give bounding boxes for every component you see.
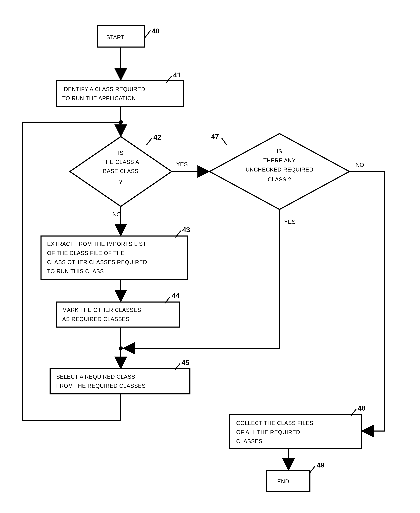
flowchart: START 40 IDENTIFY A CLASS REQUIRED TO RU… [0, 0, 420, 513]
node-end: END 49 [267, 461, 324, 492]
ref-41: 41 [173, 71, 181, 79]
node-extract: EXTRACT FROM THE IMPORTS LIST OF THE CLA… [41, 226, 190, 279]
ref-45: 45 [181, 359, 189, 366]
select-line1: SELECT A REQUIRED CLASS [56, 374, 135, 380]
node-base-class: IS THE CLASS A BASE CLASS ? 42 [70, 133, 172, 206]
extract-line3: CLASS OTHER CLASSES REQUIRED [47, 259, 147, 265]
edge-unchecked-no [349, 171, 384, 431]
unchecked-line2: THERE ANY [263, 157, 296, 164]
ref-49: 49 [317, 461, 324, 469]
collect-line1: COLLECT THE CLASS FILES [236, 420, 313, 426]
svg-rect-1 [56, 81, 184, 106]
ref-44: 44 [172, 292, 180, 300]
mark-line1: MARK THE OTHER CLASSES [62, 307, 141, 313]
node-select: SELECT A REQUIRED CLASS FROM THE REQUIRE… [50, 359, 190, 394]
unchecked-yes-label: YES [284, 219, 296, 225]
unchecked-line4: CLASS ? [268, 176, 291, 183]
baseclass-line1: IS [118, 150, 123, 156]
baseclass-line3: BASE CLASS [103, 168, 139, 174]
unchecked-line3: UNCHECKED REQUIRED [246, 167, 313, 173]
unchecked-no-label: NO [355, 162, 364, 168]
unchecked-line1: IS [277, 148, 282, 154]
ref-42: 42 [153, 133, 161, 141]
ref-43: 43 [182, 226, 190, 234]
node-unchecked: IS THERE ANY UNCHECKED REQUIRED CLASS ? … [210, 132, 349, 209]
mark-line2: AS REQUIRED CLASSES [62, 316, 130, 322]
collect-line2: OF ALL THE REQUIRED [236, 429, 300, 435]
extract-line2: OF THE CLASS FILE OF THE [47, 250, 125, 256]
node-start: START 40 [97, 26, 160, 47]
svg-rect-3 [56, 302, 179, 327]
ref-40: 40 [152, 27, 160, 35]
ref-47: 47 [211, 132, 219, 140]
node-mark: MARK THE OTHER CLASSES AS REQUIRED CLASS… [56, 292, 180, 327]
ref-48: 48 [358, 404, 366, 412]
select-line2: FROM THE REQUIRED CLASSES [56, 383, 145, 389]
baseclass-line2: THE CLASS A [102, 159, 139, 165]
node-identify: IDENTIFY A CLASS REQUIRED TO RUN THE APP… [56, 71, 184, 106]
baseclass-line4: ? [119, 179, 122, 185]
end-text: END [277, 478, 289, 485]
collect-line3: CLASSES [236, 438, 262, 444]
identify-line2: TO RUN THE APPLICATION [62, 95, 136, 101]
baseclass-no-label: NO [112, 211, 121, 218]
identify-line1: IDENTIFY A CLASS REQUIRED [62, 86, 145, 92]
extract-line4: TO RUN THIS CLASS [47, 268, 104, 274]
extract-line1: EXTRACT FROM THE IMPORTS LIST [47, 241, 146, 247]
start-text: START [106, 34, 125, 40]
svg-rect-4 [50, 369, 190, 394]
baseclass-yes-label: YES [176, 161, 188, 167]
node-collect: COLLECT THE CLASS FILES OF ALL THE REQUI… [229, 404, 366, 448]
